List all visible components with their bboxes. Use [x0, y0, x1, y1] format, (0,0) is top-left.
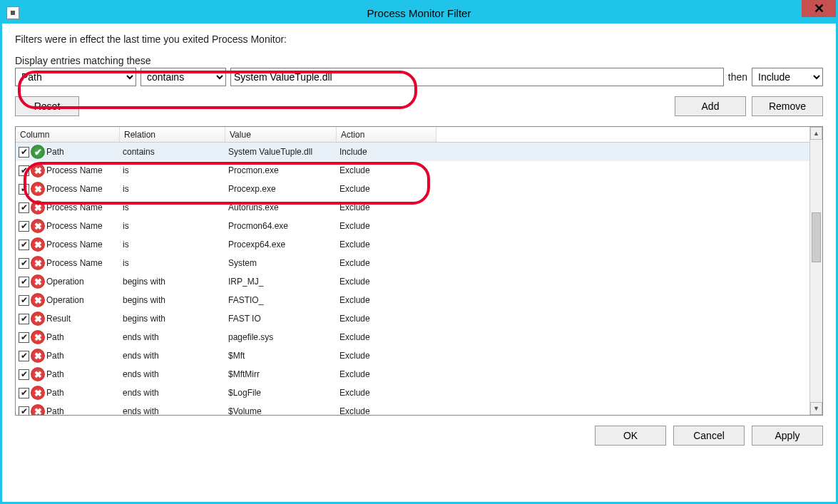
row-checkbox[interactable]: ✔ — [19, 258, 29, 269]
row-checkbox[interactable]: ✔ — [19, 165, 29, 176]
table-row[interactable]: ✔✖Process NameisProcmon64.exeExclude — [16, 217, 809, 235]
table-row[interactable]: ✔✖Pathends with$MftMirrExclude — [16, 365, 809, 384]
cell-value: Autoruns.exe — [225, 202, 337, 212]
table-row[interactable]: ✔✖Process NameisAutoruns.exeExclude — [16, 198, 809, 217]
cell-action: Exclude — [337, 277, 436, 287]
scroll-thumb[interactable] — [812, 212, 821, 262]
exclude-icon: ✖ — [31, 274, 45, 289]
cell-value: Procexp64.exe — [225, 240, 337, 250]
cell-column: Process Name — [46, 258, 103, 268]
conditions-heading: Display entries matching these — [15, 55, 823, 66]
exclude-icon: ✖ — [31, 293, 45, 307]
table-row[interactable]: ✔✖Operationbegins withFASTIO_Exclude — [16, 291, 809, 309]
cell-value: $Volume — [225, 406, 337, 415]
include-icon: ✔ — [31, 145, 45, 159]
cell-action: Exclude — [337, 202, 436, 212]
table-row[interactable]: ✔✔PathcontainsSystem ValueTuple.dllInclu… — [16, 143, 809, 161]
scroll-down-button[interactable]: ▼ — [810, 402, 822, 415]
cell-value: IRP_MJ_ — [225, 277, 337, 287]
row-checkbox[interactable]: ✔ — [19, 147, 29, 158]
add-button[interactable]: Add — [675, 96, 746, 116]
column-header-column[interactable]: Column — [16, 127, 120, 142]
cell-action: Exclude — [337, 388, 436, 398]
cell-value: pagefile.sys — [225, 332, 337, 342]
table-row[interactable]: ✔✖Process NameisProcexp.exeExclude — [16, 180, 809, 198]
cell-column: Path — [46, 406, 64, 415]
relation-select[interactable]: contains — [140, 68, 226, 86]
cell-action: Exclude — [337, 221, 436, 231]
table-row[interactable]: ✔✖Operationbegins withIRP_MJ_Exclude — [16, 272, 809, 291]
table-header: Column Relation Value Action — [16, 127, 809, 143]
system-menu-icon[interactable] — [6, 6, 19, 19]
cell-value: $MftMirr — [225, 369, 337, 379]
cell-column: Process Name — [46, 184, 103, 194]
row-checkbox[interactable]: ✔ — [19, 351, 29, 361]
cell-relation: is — [120, 165, 225, 175]
row-checkbox[interactable]: ✔ — [19, 202, 29, 213]
table-row[interactable]: ✔✖Process NameisProcmon.exeExclude — [16, 161, 809, 180]
cell-value: Procmon.exe — [225, 165, 337, 175]
value-input[interactable] — [230, 68, 724, 86]
cell-relation: ends with — [120, 332, 225, 342]
bottom-button-row: OK Cancel Apply — [15, 426, 823, 446]
ok-button[interactable]: OK — [595, 426, 666, 446]
row-checkbox[interactable]: ✔ — [19, 295, 29, 306]
cell-column: Result — [46, 314, 71, 324]
action-select[interactable]: Include — [752, 68, 823, 86]
row-checkbox[interactable]: ✔ — [19, 240, 29, 250]
cell-column: Path — [46, 351, 64, 361]
cell-relation: ends with — [120, 406, 225, 415]
row-checkbox[interactable]: ✔ — [19, 314, 29, 324]
row-checkbox[interactable]: ✔ — [19, 406, 29, 416]
cell-relation: begins with — [120, 314, 225, 324]
info-text: Filters were in effect the last time you… — [15, 34, 823, 45]
table-row[interactable]: ✔✖Pathends with$MftExclude — [16, 346, 809, 365]
cell-action: Exclude — [337, 332, 436, 342]
row-checkbox[interactable]: ✔ — [19, 221, 29, 232]
row-checkbox[interactable]: ✔ — [19, 184, 29, 195]
cancel-button[interactable]: Cancel — [673, 426, 745, 446]
exclude-icon: ✖ — [31, 386, 45, 400]
table-row[interactable]: ✔✖Process NameisSystemExclude — [16, 254, 809, 272]
cell-action: Include — [337, 147, 436, 157]
cell-column: Process Name — [46, 221, 103, 231]
column-header-relation[interactable]: Relation — [120, 127, 225, 142]
cell-action: Exclude — [337, 314, 436, 324]
table-row[interactable]: ✔✖Pathends with$LogFileExclude — [16, 384, 809, 402]
apply-button[interactable]: Apply — [752, 426, 823, 446]
cell-action: Exclude — [337, 258, 436, 268]
scroll-up-button[interactable]: ▲ — [810, 127, 822, 140]
remove-button[interactable]: Remove — [752, 96, 823, 116]
row-checkbox[interactable]: ✔ — [19, 369, 29, 380]
cell-action: Exclude — [337, 351, 436, 361]
reset-button[interactable]: Reset — [15, 96, 79, 116]
dialog-window: Process Monitor Filter ✕ Filters were in… — [0, 0, 838, 504]
table-row[interactable]: ✔✖Resultbegins withFAST IOExclude — [16, 309, 809, 328]
table-row[interactable]: ✔✖Pathends with$VolumeExclude — [16, 402, 809, 415]
cell-action: Exclude — [337, 240, 436, 250]
row-checkbox[interactable]: ✔ — [19, 277, 29, 287]
row-checkbox[interactable]: ✔ — [19, 332, 29, 343]
cell-value: FASTIO_ — [225, 295, 337, 305]
cell-relation: ends with — [120, 369, 225, 379]
cell-action: Exclude — [337, 165, 436, 175]
column-header-action[interactable]: Action — [337, 127, 436, 142]
column-header-value[interactable]: Value — [225, 127, 337, 142]
row-checkbox[interactable]: ✔ — [19, 388, 29, 398]
close-button[interactable]: ✕ — [802, 0, 836, 17]
table-row[interactable]: ✔✖Process NameisProcexp64.exeExclude — [16, 235, 809, 254]
button-row-1: Reset Add Remove — [15, 96, 823, 116]
exclude-icon: ✖ — [31, 367, 45, 381]
cell-action: Exclude — [337, 295, 436, 305]
cell-relation: is — [120, 184, 225, 194]
cell-value: System — [225, 258, 337, 268]
window-title: Process Monitor Filter — [367, 7, 471, 19]
table-row[interactable]: ✔✖Pathends withpagefile.sysExclude — [16, 328, 809, 346]
vertical-scrollbar[interactable]: ▲ ▼ — [809, 127, 822, 415]
cell-action: Exclude — [337, 406, 436, 415]
column-select[interactable]: Path — [15, 68, 136, 86]
cell-relation: is — [120, 240, 225, 250]
then-label: then — [728, 71, 747, 83]
cell-value: System ValueTuple.dll — [225, 147, 337, 157]
exclude-icon: ✖ — [31, 330, 45, 344]
